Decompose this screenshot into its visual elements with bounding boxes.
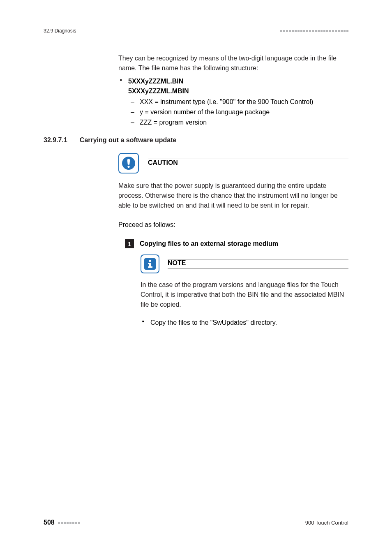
- note-icon: [141, 254, 159, 273]
- note-label: NOTE: [168, 259, 348, 268]
- copy-instruction: Copy the files to the "SwUpdates" direct…: [141, 318, 348, 328]
- intro-paragraph: They can be recognized by means of the t…: [118, 53, 348, 73]
- step-1-title: Copying files to an external storage med…: [140, 239, 278, 248]
- svg-point-3: [149, 259, 151, 262]
- file-pattern-mbin: 5XXXyZZZML.MBIN: [128, 86, 348, 96]
- caution-header: CAUTION: [118, 153, 348, 173]
- pattern-xxx: XXX = instrument type (i.e. "900" for th…: [128, 97, 348, 107]
- file-pattern-sublist: XXX = instrument type (i.e. "900" for th…: [128, 97, 348, 127]
- svg-point-1: [127, 166, 129, 168]
- footer-decoration: [58, 522, 80, 524]
- svg-rect-6: [148, 266, 152, 268]
- copy-instruction-list: Copy the files to the "SwUpdates" direct…: [141, 318, 348, 328]
- header-section-label: 32.9 Diagnosis: [44, 28, 76, 34]
- footer-doc-name: 900 Touch Control: [305, 520, 348, 526]
- section-title: Carrying out a software update: [80, 136, 177, 144]
- proceed-text: Proceed as follows:: [118, 221, 348, 229]
- pattern-y: y = version number of the language packa…: [128, 107, 348, 118]
- section-number: 32.9.7.1: [44, 136, 67, 144]
- note-body: In the case of the program versions and …: [141, 280, 348, 310]
- pattern-zzz: ZZZ = program version: [128, 118, 348, 128]
- header-decoration: [280, 30, 348, 32]
- intro-block: They can be recognized by means of the t…: [118, 53, 348, 127]
- caution-body: Make sure that the power supply is guara…: [118, 181, 348, 210]
- page-number: 508: [44, 519, 55, 526]
- caution-callout: CAUTION Make sure that the power supply …: [118, 153, 348, 210]
- caution-icon: [118, 153, 139, 173]
- step-1: 1 Copying files to an external storage m…: [125, 239, 348, 248]
- step-1-number: 1: [125, 239, 134, 248]
- section-heading: 32.9.7.1 Carrying out a software update: [44, 136, 348, 144]
- caution-label: CAUTION: [148, 159, 348, 168]
- note-callout: NOTE In the case of the program versions…: [141, 254, 348, 310]
- file-pattern-bin: 5XXXyZZZML.BIN: [128, 76, 348, 86]
- page-header: 32.9 Diagnosis: [44, 28, 348, 34]
- note-header: NOTE: [141, 254, 348, 273]
- file-structure-item: 5XXXyZZZML.BIN 5XXXyZZZML.MBIN XXX = ins…: [118, 76, 348, 127]
- page-footer: 508 900 Touch Control: [44, 519, 348, 526]
- file-structure-list: 5XXXyZZZML.BIN 5XXXyZZZML.MBIN XXX = ins…: [118, 76, 348, 127]
